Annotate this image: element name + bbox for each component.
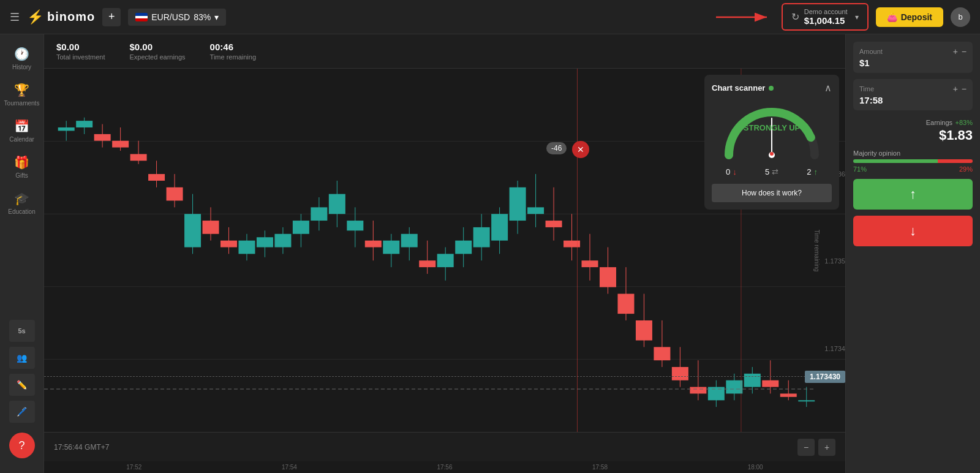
top-nav: ☰ ⚡ binomo + EUR/USD 83% ▾ ↻ Demo accoun… bbox=[0, 0, 980, 34]
price-label-3: 1.1734 bbox=[824, 345, 845, 352]
pair-selector[interactable]: EUR/USD 83% ▾ bbox=[128, 9, 226, 26]
price-label-2: 1.1735 bbox=[824, 257, 845, 265]
demo-account-box[interactable]: ↻ Demo account $1,004.15 ▾ bbox=[782, 3, 869, 31]
sidebar-item-calendar[interactable]: 📅 Calendar bbox=[3, 114, 41, 148]
gauge-container: STRONGLY UP bbox=[712, 100, 832, 161]
sidebar-item-gifts[interactable]: 🎁 Gifts bbox=[3, 150, 41, 184]
time-row: Time + − 17:58 bbox=[853, 79, 973, 110]
sidebar-bottom-tools: 5s 👥 ✏️ 🖊️ ? bbox=[9, 320, 35, 466]
calendar-icon: 📅 bbox=[14, 119, 29, 134]
logo-text: binomo bbox=[47, 10, 95, 24]
earnings-label: Earnings bbox=[926, 119, 952, 126]
indicators-button[interactable]: 👥 bbox=[9, 347, 35, 369]
chevron-down-icon: ▾ bbox=[214, 12, 219, 22]
amount-label: Amount bbox=[859, 48, 883, 55]
pair-pct: 83% bbox=[194, 12, 211, 22]
gauge-label: STRONGLY UP bbox=[744, 123, 800, 132]
chart-area: $0.00 Total investment $0.00 Expected ea… bbox=[44, 34, 845, 473]
majority-green-pct: 71% bbox=[853, 165, 867, 173]
vertical-time-line bbox=[577, 69, 578, 432]
sidebar-item-label: Calendar bbox=[9, 136, 34, 143]
draw-button[interactable]: ✏️ bbox=[9, 374, 35, 396]
scanner-title: Chart scanner bbox=[712, 83, 774, 93]
scanner-neutral-count: 5 bbox=[765, 167, 769, 176]
amount-minus-button[interactable]: − bbox=[962, 47, 967, 56]
sidebar-item-tournaments[interactable]: 🏆 Tournaments bbox=[3, 78, 41, 112]
scanner-down-stat: 0 ↓ bbox=[726, 167, 737, 176]
demo-chevron-icon: ▾ bbox=[855, 13, 859, 21]
avatar[interactable]: b bbox=[951, 7, 970, 27]
time-remaining-label: Time remaining bbox=[210, 53, 256, 61]
zoom-in-button[interactable]: + bbox=[818, 439, 835, 456]
time-remaining-stat: 00:46 Time remaining bbox=[210, 42, 256, 61]
red-arrow-svg bbox=[713, 9, 774, 26]
scanner-header: Chart scanner ∧ bbox=[712, 82, 832, 94]
marker-46: -46 bbox=[546, 142, 567, 154]
help-button[interactable]: ? bbox=[9, 433, 35, 458]
logo-icon: ⚡ bbox=[27, 9, 43, 25]
time-value: 17:58 bbox=[859, 95, 967, 105]
majority-section: Majority opinion 71% 29% bbox=[853, 149, 973, 173]
expected-earnings-stat: $0.00 Expected earnings bbox=[129, 42, 185, 61]
scanner-up-count: 2 bbox=[807, 167, 811, 176]
down-arrow-icon: ↓ bbox=[910, 223, 916, 239]
pair-label: EUR/USD bbox=[151, 12, 190, 22]
how-works-button[interactable]: How does it work? bbox=[712, 184, 832, 202]
chart-stats-bar: $0.00 Total investment $0.00 Expected ea… bbox=[44, 34, 845, 69]
timeframe-button[interactable]: 5s bbox=[9, 320, 35, 342]
time-tick-0: 17:52 bbox=[126, 464, 141, 471]
marker-close: ✕ bbox=[572, 141, 589, 158]
time-label: Time bbox=[859, 85, 874, 93]
pen-button[interactable]: 🖊️ bbox=[9, 401, 35, 423]
total-investment-value: $0.00 bbox=[56, 42, 105, 52]
time-tick-3: 17:58 bbox=[592, 464, 608, 471]
majority-label: Majority opinion bbox=[853, 149, 973, 157]
time-row-header: Time + − bbox=[859, 84, 967, 94]
sidebar-item-history[interactable]: 🕐 History bbox=[3, 42, 41, 75]
logo: ⚡ binomo bbox=[27, 9, 95, 25]
time-remaining-chart-label: Time remaining bbox=[813, 229, 820, 271]
arrow-down-icon: ↓ bbox=[733, 167, 737, 176]
scanner-neutral-stat: 5 ⇄ bbox=[765, 167, 778, 176]
add-chart-button[interactable]: + bbox=[102, 8, 121, 26]
majority-red-pct: 29% bbox=[959, 165, 973, 173]
amount-row: Amount + − $1 bbox=[853, 42, 973, 73]
dashed-line bbox=[44, 376, 845, 377]
earnings-pct: +83% bbox=[956, 119, 973, 126]
current-price-tag: 1.173430 bbox=[805, 371, 845, 383]
amount-plus-button[interactable]: + bbox=[953, 47, 958, 56]
hamburger-icon[interactable]: ☰ bbox=[10, 10, 20, 24]
scanner-active-dot bbox=[769, 86, 774, 91]
time-tick-2: 17:56 bbox=[437, 464, 452, 471]
earnings-section: Earnings +83% $1.83 bbox=[853, 116, 973, 143]
demo-amount: $1,004.15 bbox=[804, 15, 848, 26]
history-icon: 🕐 bbox=[14, 47, 29, 61]
time-axis: 17:52 17:54 17:56 17:58 18:00 bbox=[44, 461, 845, 473]
time-minus-button[interactable]: − bbox=[962, 84, 967, 94]
total-investment-label: Total investment bbox=[56, 53, 105, 61]
tournaments-icon: 🏆 bbox=[14, 83, 29, 97]
chart-scanner-panel: Chart scanner ∧ bbox=[704, 75, 839, 210]
expected-earnings-value: $0.00 bbox=[129, 42, 185, 52]
up-button[interactable]: ↑ bbox=[853, 179, 973, 210]
chart-timestamp: 17:56:44 GMT+7 bbox=[54, 443, 109, 452]
deposit-button[interactable]: 👛 Deposit bbox=[876, 7, 943, 27]
total-investment-stat: $0.00 Total investment bbox=[56, 42, 105, 61]
arrow-neutral-icon: ⇄ bbox=[772, 167, 778, 176]
gauge-signal-text: STRONGLY UP bbox=[744, 123, 800, 132]
sidebar-item-label: Gifts bbox=[15, 172, 28, 179]
demo-label: Demo account bbox=[804, 8, 848, 15]
chart-canvas[interactable]: -46 ✕ Time remaining 1.1736 1.1735 1.173… bbox=[44, 69, 845, 432]
majority-green-bar bbox=[853, 159, 938, 163]
majority-percentages: 71% 29% bbox=[853, 165, 973, 173]
sidebar: 🕐 History 🏆 Tournaments 📅 Calendar 🎁 Gif… bbox=[0, 34, 44, 473]
majority-red-bar bbox=[938, 159, 973, 163]
scanner-collapse-button[interactable]: ∧ bbox=[824, 82, 832, 94]
time-plus-button[interactable]: + bbox=[953, 84, 958, 94]
time-remaining-value: 00:46 bbox=[210, 42, 256, 52]
up-arrow-icon: ↑ bbox=[910, 186, 916, 202]
wallet-icon: 👛 bbox=[887, 12, 897, 22]
down-button[interactable]: ↓ bbox=[853, 216, 973, 246]
sidebar-item-education[interactable]: 🎓 Education bbox=[3, 186, 41, 220]
zoom-out-button[interactable]: − bbox=[797, 439, 815, 456]
